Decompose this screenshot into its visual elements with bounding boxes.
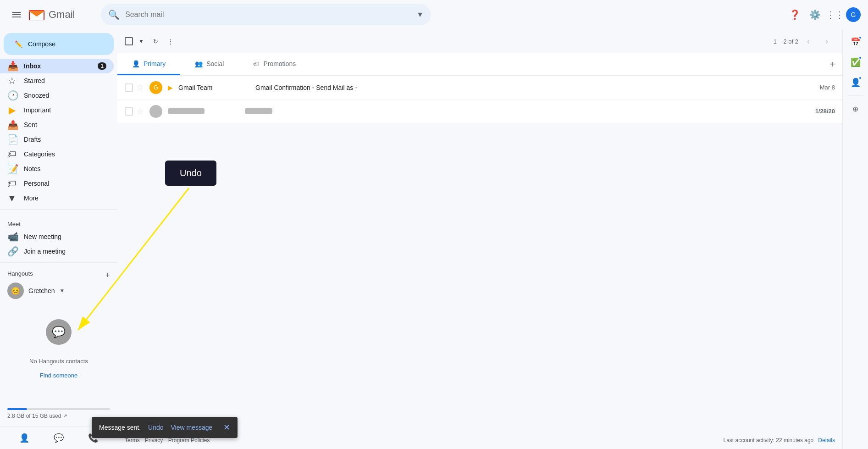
search-dropdown-icon[interactable]: ▼ [416,11,424,19]
sidebar-item-notes[interactable]: 📝 Notes [0,161,114,176]
footer-links: Terms Privacy Program Policies [125,437,213,443]
content-area: ▼ ↻ ⋮ 1 – 2 of 2 ‹ › 👤 Primary 👥 Social [117,29,842,449]
topbar: Gmail 🔍 ▼ ❓ ⚙️ ⋮⋮ G [0,0,868,29]
sidebar-item-starred[interactable]: ☆ Starred [0,73,114,88]
compose-button[interactable]: ✏️ Compose [4,33,114,55]
search-bar[interactable]: 🔍 ▼ [101,4,431,25]
more-options-button[interactable]: ⋮ [164,33,177,50]
sidebar-item-snoozed[interactable]: 🕐 Snoozed [0,88,114,103]
refresh-icon: ↻ [153,38,158,45]
prev-page-button[interactable]: ‹ [800,33,817,50]
sidebar-item-drafts[interactable]: 📄 Drafts [0,132,114,147]
email-star-1[interactable]: ☆ [137,83,144,93]
privacy-link[interactable]: Privacy [145,437,163,443]
add-tab-button[interactable]: + [310,53,842,75]
topbar-actions: ❓ ⚙️ ⋮⋮ G [785,6,861,24]
hangouts-section: Hangouts + 😊 Gretchen ▼ 💬 No Hangouts co… [0,266,117,382]
more-options-icon: ⋮ [167,38,173,45]
email-sender-avatar-2 [149,105,162,118]
email-date-2: 1/28/20 [812,108,835,115]
inbox-icon: 📥 [7,61,17,72]
sidebar-item-important[interactable]: ▶ Important [0,103,114,117]
categories-icon: 🏷 [7,149,17,160]
sidebar-item-inbox[interactable]: 📥 Inbox 1 [0,59,114,73]
promotions-tab-label: Promotions [263,60,296,67]
hangout-dropdown-icon: ▼ [60,288,65,294]
new-meeting-icon: 📹 [7,231,17,242]
sidebar-item-personal[interactable]: 🏷 Personal [0,176,114,191]
email-sender-2 [168,108,241,115]
starred-label: Starred [24,77,45,84]
contacts-badge [858,76,862,80]
compose-label: Compose [28,40,55,48]
terms-link[interactable]: Terms [125,437,140,443]
select-dropdown-button[interactable]: ▼ [135,33,148,50]
sidebar-item-categories[interactable]: 🏷 Categories [0,147,114,161]
categories-label: Categories [24,150,55,158]
sidebar-divider-1 [0,209,117,210]
join-meeting-label: Join a meeting [24,248,66,255]
count-text: 1 – 2 of 2 [774,38,798,45]
snackbar-undo-button[interactable]: Undo [148,424,163,431]
snackbar-close-button[interactable]: ✕ [223,422,230,432]
avatar[interactable]: G [846,7,861,22]
email-checkbox-1[interactable] [125,83,133,92]
next-page-button[interactable]: › [818,33,835,50]
find-someone-link[interactable]: Find someone [7,372,110,379]
mail-toolbar: ▼ ↻ ⋮ 1 – 2 of 2 ‹ › [117,29,842,53]
email-checkbox-2[interactable] [125,107,133,116]
more-icon: ▼ [7,193,17,204]
no-contacts-icon: 💬 [52,326,66,338]
tab-primary[interactable]: 👤 Primary [117,53,180,75]
right-panel-contacts[interactable]: 👤 [846,73,865,92]
settings-button[interactable]: ⚙️ [806,6,824,24]
email-subject-text-1: Gmail Confirmation - Send Mail as [255,84,353,91]
search-input[interactable] [125,11,411,19]
sidebar-item-new-meeting[interactable]: 📹 New meeting [0,229,114,244]
sent-label: Sent [24,121,37,128]
important-label: Important [24,106,51,114]
hangouts-chat-icon[interactable]: 💬 [51,431,66,445]
hangouts-user[interactable]: 😊 Gretchen ▼ [7,281,110,301]
tab-social[interactable]: 👥 Social [180,53,238,75]
blurred-subject-text [245,108,272,114]
add-tab-icon: + [829,59,835,70]
personal-icon: 🏷 [7,178,17,189]
sidebar-item-sent[interactable]: 📤 Sent [0,117,114,132]
manage-storage-icon[interactable]: ↗ [63,413,67,419]
hangout-username: Gretchen [28,287,55,294]
hangouts-people-icon[interactable]: 👤 [17,431,32,445]
program-policies-link[interactable]: Program Policies [168,437,210,443]
sidebar-item-join-meeting[interactable]: 🔗 Join a meeting [0,244,114,259]
snackbar: Message sent. Undo View message ✕ [92,417,238,438]
storage-bar [7,408,110,410]
right-panel-expand[interactable]: ⊕ [846,100,865,118]
add-hangout-button[interactable]: + [105,271,110,280]
hangouts-label: Hangouts [7,270,33,277]
tasks-badge [858,56,862,60]
email-count: 1 – 2 of 2 ‹ › [774,33,835,50]
personal-label: Personal [24,180,49,187]
important-icon: ▶ [7,105,17,116]
right-panel-calendar[interactable]: 📅 [846,33,865,51]
hamburger-menu[interactable] [7,6,26,24]
tab-promotions[interactable]: 🏷 Promotions [238,53,310,75]
select-all-checkbox[interactable] [125,37,133,45]
email-row[interactable]: ☆ 1/28/20 [117,100,842,123]
select-dropdown-icon: ▼ [138,38,144,44]
email-star-2[interactable]: ☆ [137,106,144,116]
email-sender-avatar-1: G [149,81,162,94]
email-row[interactable]: ☆ G ▶ Gmail Team Gmail Confirmation - Se… [117,76,842,100]
undo-tooltip[interactable]: Undo [165,161,216,186]
last-activity: Last account activity: 22 minutes ago De… [724,437,835,443]
refresh-button[interactable]: ↻ [149,33,162,50]
support-button[interactable]: ❓ [785,6,804,24]
notes-icon: 📝 [7,163,17,174]
sidebar-item-more[interactable]: ▼ More [0,191,114,205]
drafts-label: Drafts [24,136,41,143]
right-panel-tasks[interactable]: ✅ [846,53,865,72]
snackbar-view-button[interactable]: View message [171,424,213,431]
details-link[interactable]: Details [818,437,835,443]
inbox-badge: 1 [98,62,106,70]
apps-button[interactable]: ⋮⋮ [826,6,844,24]
